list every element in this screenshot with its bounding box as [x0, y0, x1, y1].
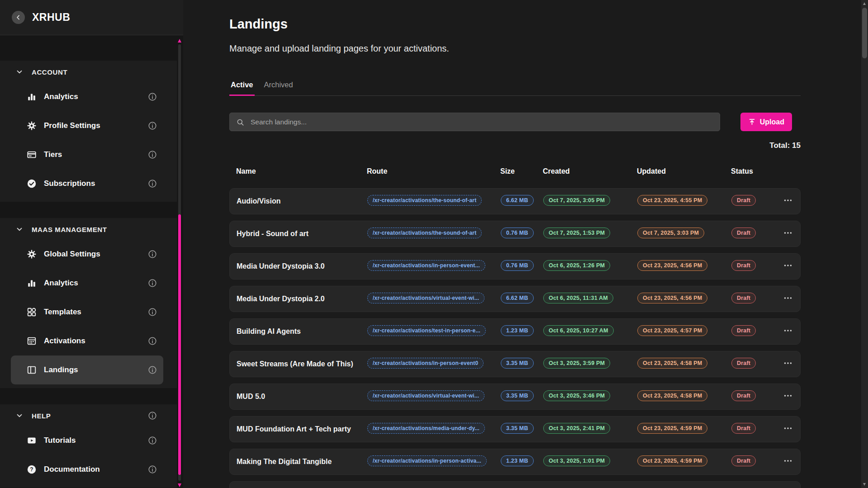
table-row: Hybrid - Sound of art/xr-creator/activat…	[229, 221, 801, 247]
section-header-help[interactable]: HELP	[0, 405, 177, 426]
route-badge[interactable]: /xr-creator/activations/virtual-event-wi…	[367, 293, 484, 303]
upload-button[interactable]: Upload	[740, 113, 792, 131]
updated-badge: Oct 23, 2025, 4:59 PM	[637, 423, 707, 434]
sidebar-item-landings[interactable]: Landings	[11, 355, 163, 384]
size-badge: 3.35 MB	[501, 423, 534, 434]
sidebar-scrollbar-thumb[interactable]	[178, 214, 181, 475]
sidebar-item-documentation[interactable]: ?Documentation	[11, 455, 163, 484]
sidebar-item-analytics[interactable]: Analytics	[11, 82, 163, 111]
status-badge: Draft	[731, 423, 756, 434]
status-badge: Draft	[731, 195, 756, 206]
main-area: Landings Manage and upload landing pages…	[183, 0, 861, 488]
chevron-down-icon	[15, 412, 24, 420]
search-box[interactable]	[229, 113, 720, 131]
info-icon[interactable]	[148, 150, 157, 159]
info-icon[interactable]	[148, 436, 157, 445]
status-badge: Draft	[731, 455, 756, 466]
sidebar-item-label: Documentation	[44, 465, 148, 474]
scroll-down-arrow-icon[interactable]	[178, 483, 181, 487]
info-icon[interactable]	[148, 411, 157, 420]
back-button[interactable]	[12, 11, 25, 24]
route-badge[interactable]: /xr-creator/activations/the-sound-of-art	[367, 227, 482, 238]
route-badge[interactable]: /xr-creator/activations/test-in-person-e…	[367, 325, 486, 336]
sidebar-item-activations[interactable]: Activations	[11, 327, 163, 355]
row-actions-button[interactable]	[783, 391, 793, 401]
info-icon[interactable]	[148, 336, 157, 346]
column-header-status: Status	[731, 167, 783, 175]
app-title: XRHUB	[32, 11, 70, 24]
column-header-created: Created	[543, 167, 637, 175]
analytics-icon	[27, 92, 37, 102]
updated-badge: Oct 23, 2025, 4:58 PM	[637, 358, 707, 369]
info-icon[interactable]	[148, 250, 157, 259]
table-row: MUD 5.0/xr-creator/activations/virtual-e…	[229, 384, 801, 410]
sidebar-item-templates[interactable]: Templates	[11, 298, 163, 327]
info-icon[interactable]	[148, 465, 157, 474]
row-actions-button[interactable]	[783, 195, 793, 205]
row-actions-button[interactable]	[783, 423, 793, 433]
info-icon[interactable]	[148, 308, 157, 317]
page-subtitle: Manage and upload landing pages for your…	[229, 43, 801, 54]
info-icon[interactable]	[148, 121, 157, 130]
section-header-maas-management[interactable]: MAAS MANAGEMENT	[0, 219, 177, 240]
size-badge: 0.76 MB	[501, 227, 534, 238]
table-row: MUD Foundation Art + Tech party/xr-creat…	[229, 416, 801, 442]
page-scrollbar-thumb[interactable]	[862, 8, 867, 58]
created-badge: Oct 3, 2025, 3:59 PM	[543, 358, 610, 369]
tab-archived[interactable]: Archived	[263, 81, 294, 96]
page-scrollbar[interactable]	[861, 0, 868, 488]
table-row: Sweet Streams (Are Made of This)/xr-crea…	[229, 351, 801, 377]
landing-name: Media Under Dystopia 3.0	[237, 262, 367, 270]
search-input[interactable]	[250, 118, 713, 127]
page-scroll-up-icon[interactable]	[863, 2, 866, 5]
row-actions-button[interactable]	[783, 228, 793, 238]
table-row: Media Under Dystopia 3.0/xr-creator/acti…	[229, 253, 801, 280]
created-badge: Oct 6, 2025, 11:31 AM	[543, 293, 613, 303]
sidebar-section-account: ACCOUNTAnalyticsProfile SettingsTiersSub…	[0, 61, 177, 202]
section-header-account[interactable]: ACCOUNT	[0, 62, 177, 82]
sidebar-scrollbar-track[interactable]	[178, 44, 181, 481]
sidebar-item-label: Analytics	[44, 279, 148, 288]
info-icon[interactable]	[148, 92, 157, 101]
sidebar-scrollbar[interactable]	[178, 39, 181, 488]
table-header: NameRouteSizeCreatedUpdatedStatus	[229, 167, 801, 175]
documentation-icon: ?	[27, 464, 37, 474]
size-badge: 3.35 MB	[501, 358, 534, 369]
sidebar-item-subscriptions[interactable]: Subscriptions	[11, 169, 163, 198]
row-actions-button[interactable]	[783, 358, 793, 368]
table-row: Building AI Agents/xr-creator/activation…	[229, 318, 801, 345]
info-icon[interactable]	[148, 179, 157, 188]
sidebar-item-tiers[interactable]: Tiers	[11, 140, 163, 169]
sidebar-item-label: Subscriptions	[44, 179, 148, 188]
route-badge[interactable]: /xr-creator/activations/in-person-event.…	[367, 260, 485, 271]
info-icon[interactable]	[148, 365, 157, 374]
page-scroll-down-icon[interactable]	[863, 483, 866, 486]
info-icon[interactable]	[148, 279, 157, 288]
route-badge[interactable]: /xr-creator/activations/in-person-activa…	[367, 455, 487, 466]
sidebar-item-analytics[interactable]: Analytics	[11, 269, 163, 298]
route-badge[interactable]: /xr-creator/activations/media-under-dy..…	[367, 423, 485, 434]
row-actions-button[interactable]	[783, 326, 793, 336]
row-actions-button[interactable]	[783, 261, 793, 270]
updated-badge: Oct 23, 2025, 4:57 PM	[637, 325, 707, 336]
landing-name: Sweet Streams (Are Made of This)	[237, 360, 367, 368]
row-actions-button[interactable]	[783, 293, 793, 303]
gear-icon	[27, 121, 37, 131]
tiers-icon	[27, 150, 37, 160]
route-badge[interactable]: /xr-creator/activations/the-sound-of-art	[367, 195, 482, 206]
sidebar-sections: ACCOUNTAnalyticsProfile SettingsTiersSub…	[0, 35, 177, 488]
updated-badge: Oct 23, 2025, 4:59 PM	[637, 455, 707, 466]
row-actions-button[interactable]	[783, 456, 793, 466]
route-badge[interactable]: /xr-creator/activations/virtual-event-wi…	[367, 390, 484, 401]
tab-active[interactable]: Active	[229, 81, 255, 96]
route-badge[interactable]: /xr-creator/activations/in-person-event0	[367, 358, 484, 369]
landing-name: Media Under Dystopia 2.0	[237, 295, 367, 303]
subscriptions-icon	[27, 179, 37, 189]
scroll-up-arrow-icon[interactable]	[178, 39, 181, 43]
sidebar-item-tutorials[interactable]: Tutorials	[11, 426, 163, 455]
sidebar-item-global-settings[interactable]: Global Settings	[11, 240, 163, 269]
sidebar-item-label: Profile Settings	[44, 121, 148, 130]
sidebar-item-profile-settings[interactable]: Profile Settings	[11, 111, 163, 140]
activations-icon	[27, 336, 37, 346]
created-badge: Oct 3, 2025, 1:01 PM	[543, 455, 610, 466]
